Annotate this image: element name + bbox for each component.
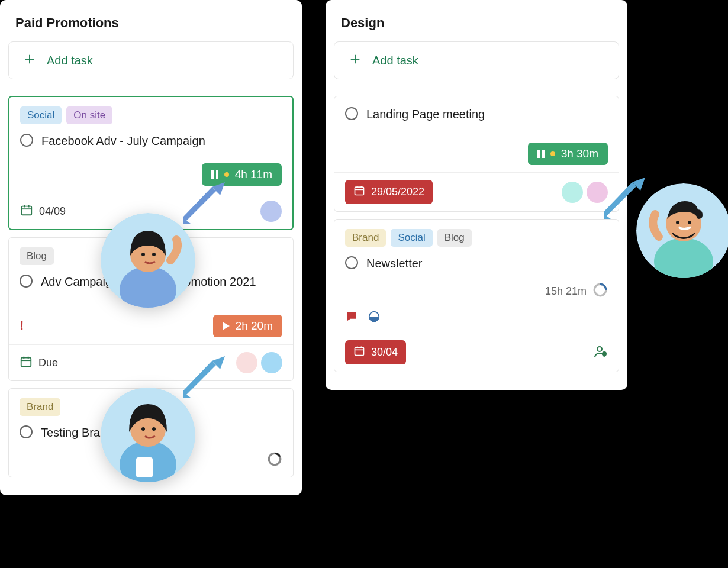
status-icon[interactable] [368,310,381,325]
svg-rect-4 [22,206,32,215]
avatar[interactable] [236,352,257,373]
svg-point-28 [597,347,602,351]
task-checkbox[interactable] [20,275,33,288]
svg-rect-18 [355,187,364,195]
task-card[interactable]: Brand Testing Branded Content [8,388,294,477]
task-card[interactable]: Blog Adv Campaign - Content promotion 20… [8,237,294,381]
svg-rect-2 [211,170,214,179]
svg-rect-16 [537,150,540,158]
task-title: Adv Campaign - Content promotion 2021 [41,273,256,290]
timer-dot [224,172,229,177]
task-checkbox[interactable] [20,425,33,438]
date-value: 04/09 [39,205,66,218]
column-design: Design Add task Landing Page meeting [326,0,627,390]
date-value: 29/05/2022 [371,186,424,198]
task-checkbox[interactable] [20,134,33,147]
priority-icon: ! [20,318,24,334]
timer-value: 2h 20m [236,320,273,333]
comment-icon[interactable] [345,310,358,325]
add-task-label: Add task [47,54,93,67]
svg-rect-24 [355,347,364,355]
date-badge[interactable]: 30/04 [345,340,406,364]
svg-rect-17 [542,150,545,158]
svg-rect-3 [216,170,218,179]
plus-icon [349,53,362,68]
task-title: Testing Branded Content [41,424,171,441]
task-card[interactable]: Social On site Facebook Adv - July Campa… [8,96,294,230]
calendar-icon [353,345,365,360]
tag-social[interactable]: Social [20,106,62,124]
task-checkbox[interactable] [345,256,358,269]
add-task-label: Add task [372,54,418,67]
svg-marker-8 [223,322,230,330]
timer-badge[interactable]: 3h 30m [528,143,608,165]
progress-icon [592,282,608,301]
avatar[interactable] [587,182,608,203]
tag-blog[interactable]: Blog [437,229,472,247]
add-task-button[interactable]: Add task [8,41,294,79]
column-title: Paid Promotions [15,15,291,31]
svg-rect-9 [21,358,31,367]
timer-value: 3h 30m [561,147,598,160]
add-user-icon[interactable] [594,344,608,361]
calendar-icon [20,355,33,370]
task-card[interactable]: Brand Social Blog Newsletter 15h 21m [334,219,619,372]
avatar[interactable] [260,201,282,222]
duration-value: 15h 21m [545,285,587,298]
pause-icon [211,170,218,179]
tag-blog[interactable]: Blog [20,247,54,265]
calendar-icon [353,185,365,199]
due-label: Due [38,357,58,369]
task-card[interactable]: Landing Page meeting 3h 30m [334,96,619,212]
avatar[interactable] [562,182,583,203]
timer-value: 4h 11m [235,168,272,181]
avatar[interactable] [261,352,282,373]
task-title: Facebook Adv - July Campaign [41,133,205,149]
date-badge[interactable]: 29/05/2022 [345,180,433,204]
column-title: Design [341,15,617,31]
task-checkbox[interactable] [345,107,358,120]
add-task-button[interactable]: Add task [334,41,619,79]
column-paid-promotions: Paid Promotions Add task Social On site … [0,0,302,495]
progress-icon [267,451,282,470]
tag-brand[interactable]: Brand [345,229,386,247]
play-icon [223,322,230,330]
tag-brand[interactable]: Brand [20,398,60,416]
calendar-icon [20,204,33,219]
task-title: Landing Page meeting [366,106,485,122]
timer-badge[interactable]: 2h 20m [213,315,282,337]
tag-onsite[interactable]: On site [66,106,112,124]
timer-dot [550,151,555,156]
tag-social[interactable]: Social [391,229,432,247]
timer-badge[interactable]: 4h 11m [202,163,282,186]
date-value: 30/04 [371,346,398,359]
task-title: Newsletter [366,255,422,272]
plus-icon [23,53,36,68]
pause-icon [537,150,545,158]
